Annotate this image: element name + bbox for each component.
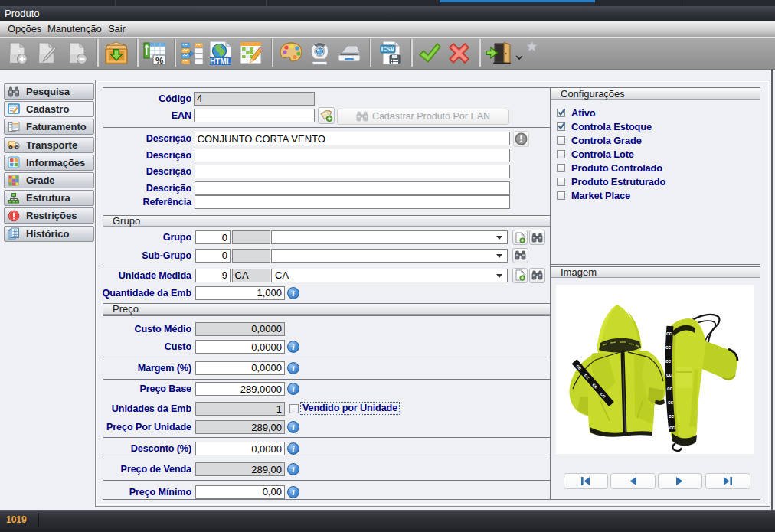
svg-text:cc: cc (669, 413, 675, 419)
svg-text:cc: cc (666, 372, 672, 377)
svg-text:cc: cc (667, 386, 673, 391)
svg-text:cc: cc (665, 358, 672, 364)
svg-text:%: % (155, 56, 163, 65)
svg-text:cc: cc (666, 331, 672, 336)
svg-text:cc: cc (668, 400, 674, 405)
svg-text:cc: cc (669, 425, 675, 430)
svg-text:CSV: CSV (381, 45, 395, 53)
svg-text:cc: cc (665, 344, 672, 350)
svg-text:HTML: HTML (210, 57, 231, 66)
